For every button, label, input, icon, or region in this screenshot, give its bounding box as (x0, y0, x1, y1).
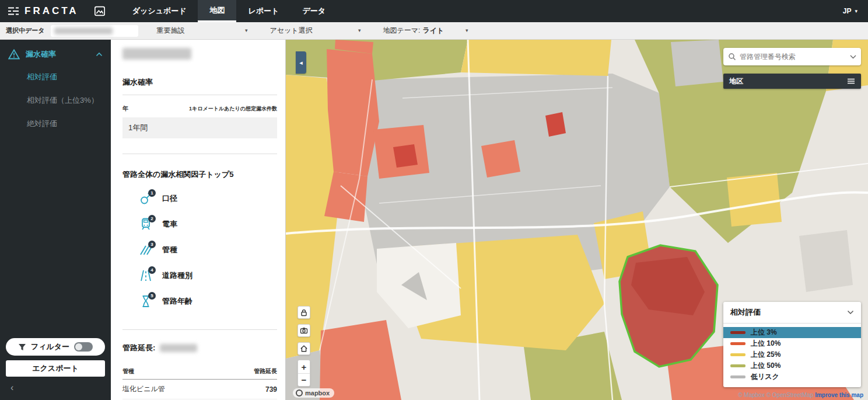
list-item-train: 2 電車 (123, 211, 277, 237)
sidebar-collapse-chevron[interactable]: ‹ (0, 377, 111, 400)
theme-label: 地図テーマ: (383, 26, 421, 36)
pipe-length-title: 管路延長: (123, 343, 277, 353)
legend-swatch (730, 364, 746, 367)
fracta-logo-icon (8, 6, 19, 16)
nav-data[interactable]: データ (290, 0, 337, 22)
legend-panel: 相対評価 上位 3% 上位 10% 上位 25% (723, 302, 861, 387)
theme-value: ライト (422, 26, 444, 36)
legend-item-top10[interactable]: 上位 10% (723, 338, 861, 349)
legend-swatch (730, 375, 746, 378)
chevron-down-icon[interactable] (850, 55, 856, 59)
zoom-out-button[interactable]: − (298, 373, 310, 386)
redacted-area-title (123, 48, 191, 60)
selected-data-dropdown[interactable] (51, 25, 138, 37)
search-input[interactable] (740, 53, 846, 61)
data-toolbar: 選択中データ 重要施設 ▾ アセット選択 ▾ 地図テーマ: ライト ▾ (0, 22, 868, 40)
brand-name: FRACTA (24, 5, 79, 17)
legend-header[interactable]: 相対評価 (723, 302, 861, 324)
mapbox-icon (296, 389, 303, 396)
locale-label: JP (843, 7, 852, 15)
locale-selector[interactable]: JP ▾ (832, 0, 868, 22)
chevron-down-icon: ▾ (358, 28, 361, 33)
asset-dropdown[interactable]: アセット選択 ▾ (267, 26, 365, 36)
chevron-down-icon: ▾ (245, 28, 248, 33)
rank-badge: 2 (148, 215, 156, 222)
screenshot-button[interactable] (298, 324, 310, 337)
per-km-column-header: 1キロメートルあたりの想定漏水件数 (189, 105, 277, 113)
zoom-controls: + − (298, 360, 310, 387)
leak-table-header: 年 1キロメートルあたりの想定漏水件数 (123, 105, 277, 113)
panel-collapse-button[interactable]: ◂ (296, 51, 306, 74)
rank-badge: 1 (148, 189, 156, 197)
leak-probability-title: 漏水確率 (123, 77, 277, 95)
sidebar-item-leak-probability[interactable]: 漏水確率 (0, 40, 111, 65)
sidebar-item-relative-eval-top3[interactable]: 相対評価（上位3%） (0, 89, 111, 112)
legend-swatch (730, 342, 746, 345)
nav-report[interactable]: レポート (236, 0, 290, 22)
year-column-header: 年 (123, 105, 128, 113)
menu-icon (847, 78, 855, 84)
info-panel: 漏水確率 年 1キロメートルあたりの想定漏水件数 1年間 管路全体の漏水相関因子… (111, 40, 286, 400)
home-icon (300, 345, 308, 353)
filter-toggle[interactable] (74, 342, 93, 352)
home-button[interactable] (298, 342, 310, 355)
toggle-knob (75, 343, 82, 350)
chevron-up-icon (96, 52, 103, 57)
pipe-search-box (723, 48, 861, 65)
table-row[interactable]: 塩化ビニル管 739 (123, 380, 277, 399)
pipe-length-cell: 739 (265, 385, 277, 394)
legend-item-lowrisk[interactable]: 低リスク (723, 371, 861, 382)
rank-badge: 3 (148, 241, 156, 248)
camera-icon (300, 326, 308, 335)
rank-badge: 4 (148, 266, 156, 274)
rank-badge: 5 (148, 292, 156, 300)
legend-item-top3[interactable]: 上位 3% (723, 327, 861, 338)
improve-map-link[interactable]: Improve this map (815, 392, 863, 398)
table-row[interactable]: 1年間 (123, 117, 277, 138)
mapbox-logo[interactable]: mapbox (293, 388, 334, 398)
image-icon (94, 6, 106, 16)
lock-icon (300, 308, 308, 316)
lock-button[interactable] (298, 306, 310, 319)
filter-button[interactable]: フィルター (6, 338, 105, 356)
redacted-value (160, 344, 197, 352)
warning-triangle-icon (8, 49, 20, 60)
chevron-down-icon: ▾ (466, 28, 468, 33)
district-label: 地区 (729, 76, 743, 86)
export-button[interactable]: エクスポート (6, 360, 105, 377)
sidebar-item-relative-eval[interactable]: 相対評価 (0, 65, 111, 89)
image-button[interactable] (87, 0, 113, 22)
nav-dashboard[interactable]: ダッシュボード (121, 0, 198, 22)
facility-dropdown[interactable]: 重要施設 ▾ (153, 26, 251, 36)
zoom-in-button[interactable]: + (298, 360, 310, 373)
legend-title: 相対評価 (730, 307, 761, 318)
district-selector[interactable]: 地区 (723, 74, 861, 89)
list-item-pipe-type: 3 管種 (123, 237, 277, 263)
map-canvas[interactable]: ◂ + − (286, 40, 868, 400)
chevron-down-icon: ▾ (855, 9, 858, 14)
legend-item-top25[interactable]: 上位 25% (723, 349, 861, 360)
legend-item-top50[interactable]: 上位 50% (723, 360, 861, 371)
pipe-table-header: 管種 管路延長 (123, 367, 277, 380)
sidebar-item-absolute-eval[interactable]: 絶対評価 (0, 112, 111, 135)
sidebar-leak-label: 漏水確率 (26, 49, 90, 60)
list-item-pipe-age: 5 管路年齢 (123, 288, 277, 314)
fracta-logo[interactable]: FRACTA (0, 0, 87, 22)
list-item-diameter: 1 口径 (123, 186, 277, 211)
legend-swatch (730, 331, 746, 334)
map-theme-dropdown[interactable]: 地図テーマ: ライト ▾ (380, 26, 472, 36)
main-nav: ダッシュボード 地図 レポート データ (121, 0, 337, 22)
selected-data-label: 選択中データ (0, 26, 51, 35)
pipe-type-cell: 塩化ビニル管 (123, 384, 165, 394)
divider (123, 329, 277, 330)
map-attribution: © Mapbox © OpenStreetMap Improve this ma… (738, 392, 863, 398)
nav-map[interactable]: 地図 (198, 0, 236, 22)
app-root: FRACTA ダッシュボード 地図 レポート データ JP ▾ 選択中データ 重… (0, 0, 868, 400)
top-nav: FRACTA ダッシュボード 地図 レポート データ JP ▾ (0, 0, 868, 22)
filter-label: フィルター (31, 342, 69, 352)
pipe-type-column-header: 管種 (123, 367, 134, 375)
search-icon (728, 53, 736, 61)
legend-swatch (730, 353, 746, 356)
redacted-value (54, 27, 113, 34)
filter-funnel-icon (18, 343, 26, 351)
